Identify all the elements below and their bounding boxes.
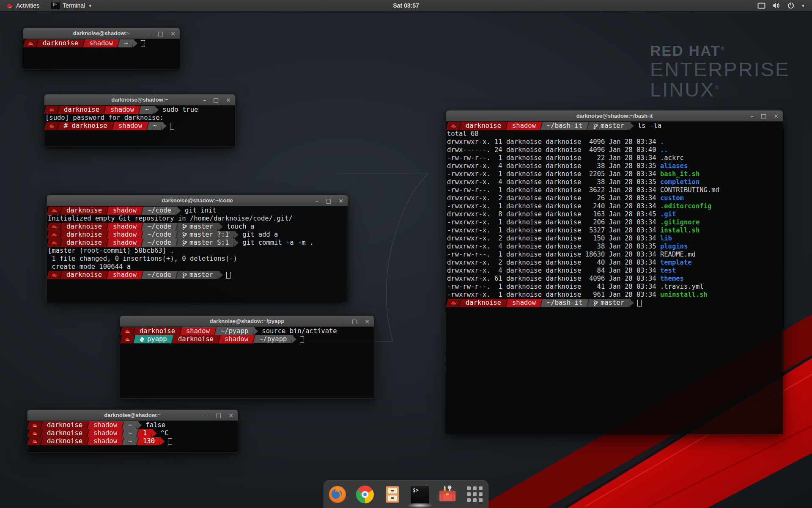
prompt-host-segment: shadow <box>506 122 543 130</box>
firefox-icon <box>328 485 347 504</box>
prompt-user-segment: darknoise <box>58 106 107 114</box>
minimize-button[interactable]: – <box>206 412 208 418</box>
maximize-button[interactable]: □ <box>158 30 163 36</box>
redhat-icon <box>450 301 456 305</box>
file-name: plugins <box>660 243 688 251</box>
window-buttons: –□× <box>751 110 779 121</box>
app-grid-icon <box>467 486 483 502</box>
prompt-user-segment: darknoise <box>60 223 109 231</box>
window-titlebar[interactable]: darknoise@shadow:~–□× <box>23 28 180 39</box>
minimize-button[interactable]: – <box>203 97 206 103</box>
terminal-window: darknoise@shadow:~–□×darknoiseshadow~ <box>23 28 180 70</box>
prompt-path-segment: ~ <box>122 421 139 429</box>
activities-button[interactable]: Activities <box>0 0 45 11</box>
window-buttons: –□× <box>203 94 231 105</box>
window-titlebar[interactable]: darknoise@shadow:~–□× <box>27 410 238 421</box>
terminal-content[interactable]: darknoiseshadow~ <box>23 39 180 69</box>
file-row-meta: -rwxrwxr-x. 1 darknoise darknoise 206 Ja… <box>447 218 660 226</box>
minimize-button[interactable]: – <box>315 198 318 204</box>
prompt-host-segment: shadow <box>107 271 144 279</box>
minimize-button[interactable]: – <box>148 30 151 36</box>
minimize-button[interactable]: – <box>342 318 345 324</box>
app-grid-icon[interactable] <box>465 485 485 504</box>
file-row-meta: drwxrwxr-x. 4 darknoise darknoise 38 Jan… <box>447 178 660 186</box>
activities-label: Activities <box>16 2 39 9</box>
close-button[interactable]: × <box>774 113 779 119</box>
terminal-line: darknoiseshadow~/codegit init <box>48 207 348 215</box>
prompt-path-segment: ~/code <box>142 207 178 215</box>
terminal-content[interactable]: darknoiseshadow~falsedarknoiseshadow~1^C… <box>27 421 238 452</box>
terminal-line: darknoiseshadow~sudo true <box>45 106 235 114</box>
app-menu-terminal[interactable]: $> Terminal ▼ <box>45 0 98 11</box>
prompt-user-segment: darknoise <box>41 421 90 429</box>
close-button[interactable]: × <box>338 198 343 204</box>
redhat-icon <box>49 124 55 128</box>
close-button[interactable]: × <box>228 412 233 418</box>
toolbox-icon[interactable] <box>438 485 457 504</box>
redhat-icon <box>51 232 57 237</box>
terminal-line: 1 file changed, 0 insertions(+), 0 delet… <box>48 255 348 263</box>
registered-mark: ® <box>721 46 725 52</box>
redhat-icon <box>51 208 57 213</box>
prompt-user-segment: darknoise <box>41 437 90 445</box>
command-text: source bin/activate <box>262 327 337 335</box>
app-menu-label: Terminal <box>63 2 85 9</box>
window-titlebar[interactable]: darknoise@shadow:~–□× <box>44 94 235 105</box>
terminal-content[interactable]: darknoiseshadow~/bash-itmasterls -latota… <box>446 121 783 434</box>
terminal-icon[interactable]: $> <box>410 485 430 504</box>
terminal-line: [sudo] password for darknoise: <box>45 114 235 122</box>
window-titlebar[interactable]: darknoise@shadow:~/pyapp–□× <box>120 316 374 327</box>
prompt-hat-segment <box>44 106 60 114</box>
file-row-meta: -rwxrwxr-x. 1 darknoise darknoise 2205 J… <box>447 170 660 178</box>
file-row-meta: drwx------. 24 darknoise darknoise 4096 … <box>447 146 660 154</box>
file-row-meta: -rwxrwxr-x. 1 darknoise darknoise 961 Ja… <box>447 291 660 299</box>
prompt-hat-segment <box>47 271 62 279</box>
maximize-button[interactable]: □ <box>761 113 766 119</box>
prompt-arrow-tip <box>629 299 634 307</box>
terminal-content[interactable]: darknoiseshadow~sudo true[sudo] password… <box>44 105 235 146</box>
terminal-content[interactable]: darknoiseshadow~/pyappsource bin/activat… <box>120 327 374 398</box>
files-icon[interactable] <box>383 485 402 504</box>
file-name: CONTRIBUTING.md <box>660 186 719 194</box>
file-list-row: -rw-rw-r--. 1 darknoise darknoise 18630 … <box>447 251 783 259</box>
close-button[interactable]: × <box>226 97 231 103</box>
maximize-button[interactable]: □ <box>352 318 357 324</box>
terminal-window: darknoise@shadow:~–□×darknoiseshadow~fal… <box>27 409 238 453</box>
prompt-user-segment: darknoise <box>41 429 90 437</box>
close-button[interactable]: × <box>365 318 370 324</box>
terminal-line: darknoiseshadow~/codemaster <box>48 271 348 279</box>
clock[interactable]: Sat 03:57 <box>393 2 419 9</box>
redhat-icon <box>32 431 38 436</box>
window-titlebar[interactable]: darknoise@shadow:~/code–□× <box>47 195 348 206</box>
minimize-button[interactable]: – <box>751 113 754 119</box>
prompt-user-segment: darknoise <box>172 335 220 343</box>
terminal-window: darknoise@shadow:~/bash-it–□×darknoisesh… <box>446 110 783 434</box>
window-title: darknoise@shadow:~/bash-it <box>576 113 653 119</box>
close-button[interactable]: × <box>170 30 176 36</box>
terminal-content[interactable]: darknoiseshadow~/codegit initInitialized… <box>47 206 348 302</box>
command-text: ls -la <box>638 122 661 130</box>
maximize-button[interactable]: □ <box>216 412 221 418</box>
maximize-button[interactable]: □ <box>326 198 331 204</box>
terminal-cursor <box>170 123 174 130</box>
prompt-user-segment: darknoise <box>460 122 508 130</box>
prompt-exit-code-segment: 1 <box>137 429 154 437</box>
git-branch-icon <box>593 123 598 129</box>
maximize-button[interactable]: □ <box>213 97 219 103</box>
file-list-row: drwxrwxr-x. 11 darknoise darknoise 4096 … <box>447 138 783 146</box>
file-row-meta: drwxrwxr-x. 4 darknoise darknoise 38 Jan… <box>447 162 660 170</box>
git-branch-icon <box>182 232 187 238</box>
prompt-path-segment: ~ <box>122 429 139 437</box>
system-status-area[interactable]: ▼ <box>754 0 809 11</box>
file-name: bash_it.sh <box>660 170 700 178</box>
file-name: .editorconfig <box>660 202 711 210</box>
window-titlebar[interactable]: darknoise@shadow:~/bash-it–□× <box>446 110 783 121</box>
terminal-line: [master (root-commit) 50bcb63] . <box>48 247 348 255</box>
redhat-icon <box>51 273 57 277</box>
file-row-meta: drwxrwxr-x. 4 darknoise darknoise 38 Jan… <box>447 243 660 251</box>
prompt-git-segment: master <box>176 223 220 231</box>
terminal-window: darknoise@shadow:~–□×darknoiseshadow~sud… <box>44 94 236 147</box>
chrome-icon[interactable] <box>355 485 375 504</box>
file-list-row: drwx------. 24 darknoise darknoise 4096 … <box>447 146 783 154</box>
firefox-icon[interactable] <box>328 485 347 504</box>
